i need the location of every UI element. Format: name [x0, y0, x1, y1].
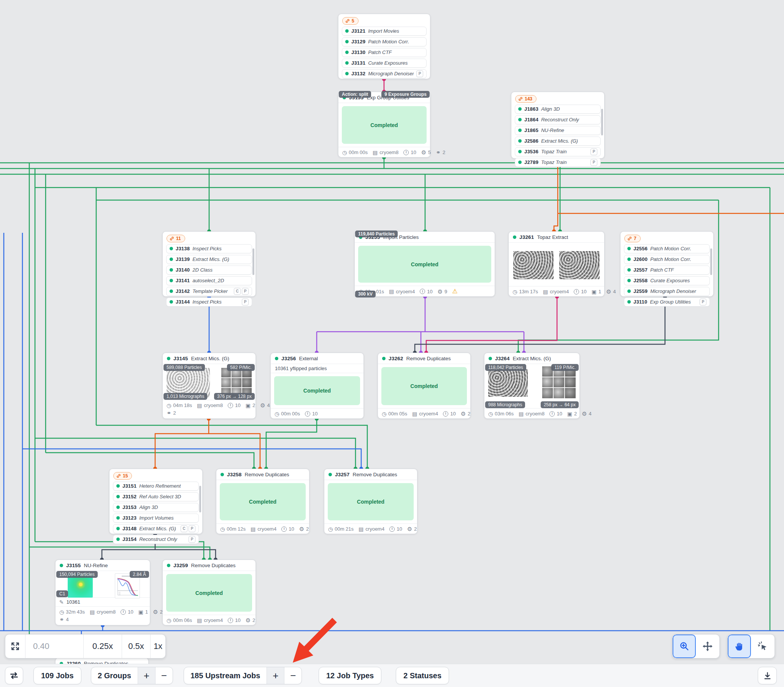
status-dot [345, 51, 349, 54]
zoom-preset-025[interactable]: 0.25x [84, 634, 122, 658]
job-group-card-15[interactable]: 15 J3151 Hetero Refinement J3152 Ref Aut… [109, 468, 203, 534]
group-job-row[interactable]: J3142 Template Picker CP [166, 287, 252, 296]
job-card-j3258[interactable]: J3258 Remove Duplicates Completed 00m 12… [216, 468, 310, 534]
group-job-row[interactable]: J3139 Extract Mics. (G) [166, 255, 252, 264]
group-job-row[interactable]: J3121 Import Movies [342, 26, 426, 36]
stat-item: 2 [167, 410, 176, 416]
scrollbar[interactable] [253, 248, 254, 275]
job-group-card-11[interactable]: 11 J3138 Inspect Picks J3139 Extract Mic… [162, 231, 256, 297]
group-job-row[interactable]: J3141 autoselect_2D [166, 276, 252, 285]
group-job-row[interactable]: J2556 Patch Motion Corr. [624, 244, 710, 253]
group-job-row[interactable]: J2789 Topaz Train P [515, 158, 601, 167]
zoom-in-icon [679, 641, 690, 652]
job-card-j3262[interactable]: J3262 Remove Duplicates Completed 00m 05… [377, 353, 471, 419]
zoom-in-tool-button[interactable] [672, 634, 696, 658]
group-rows: J3121 Import Movies J3129 Patch Motion C… [342, 26, 426, 78]
zoom-preset-05[interactable]: 0.5x [122, 634, 151, 658]
stat-item: cryoem4 [389, 289, 415, 294]
job-types-button[interactable]: 12 Job Types [318, 667, 381, 684]
group-job-row[interactable]: J3132 Micrograph Denoiser P [342, 69, 426, 78]
groups-decrement-button[interactable]: − [155, 667, 172, 684]
job-status-area: Completed [220, 483, 306, 520]
job-card-j3256[interactable]: J3256 External 10361 yflipped particles … [270, 353, 364, 419]
group-job-row[interactable]: J2558 Curate Exposures [624, 276, 710, 285]
group-job-row[interactable]: J3140 2D Class [166, 266, 252, 274]
group-job-row[interactable]: J3123 Import Volumes [113, 514, 199, 523]
group-job-row[interactable]: J2559 Micrograph Denoiser [624, 287, 710, 296]
scrollbar[interactable] [710, 248, 712, 275]
job-group-card-7[interactable]: 7 J2556 Patch Motion Corr. J2600 Patch M… [620, 231, 713, 297]
job-stats-secondary: 2 [163, 410, 256, 418]
upstream-decrement-button[interactable]: − [284, 667, 302, 684]
upstream-jobs-label[interactable]: 185 Upstream Jobs [184, 667, 267, 684]
job-card-j3133[interactable]: J3133 Exp Group Utilities Action: split … [338, 92, 430, 158]
job-status-area: Completed [274, 376, 360, 405]
micrograph-thumbnail [513, 251, 554, 279]
zoom-preset-1[interactable]: 1x [151, 634, 166, 658]
job-card-j3259[interactable]: J3259 Remove Duplicates Completed 00m 06… [162, 560, 256, 625]
stat-value: 2 [253, 403, 255, 408]
job-card-j3255[interactable]: J3255 Import Particles 119,840 Particles… [354, 231, 495, 297]
statuses-button[interactable]: 2 Statuses [396, 667, 449, 684]
groups-increment-button[interactable]: + [138, 667, 155, 684]
group-job-row[interactable]: J3151 Hetero Refinement [113, 482, 199, 491]
group-job-row[interactable]: J1864 Reconstruct Only [515, 115, 601, 124]
job-id: J3259 [173, 563, 188, 568]
group-job-row[interactable]: J3129 Patch Motion Corr. [342, 37, 426, 46]
group-job-row[interactable]: J2557 Patch CTF [624, 266, 710, 274]
job-id: J3144 [175, 299, 190, 305]
group-job-row[interactable]: J1865 NU-Refine [515, 126, 601, 135]
stat-value: 10 [557, 411, 562, 417]
status-dot [170, 300, 173, 304]
groups-count-label[interactable]: 2 Groups [91, 667, 138, 684]
stat-icon [549, 411, 555, 417]
group-job-row[interactable]: J1863 Align 3D [515, 105, 601, 114]
job-card-j3264[interactable]: J3264 Extract Mics. (G) 118,042 Particle… [484, 353, 580, 419]
job-card-j3261[interactable]: J3261 Topaz Extract 13m 17s cryoem4 10 1… [508, 231, 605, 297]
group-job-row[interactable]: J2600 Patch Motion Corr. [624, 255, 710, 264]
group-job-row[interactable]: J3154 Reconstruct Only P [113, 535, 199, 544]
group-job-row[interactable]: J3144 Inspect Picks P [166, 297, 252, 307]
job-card-j3145[interactable]: J3145 Extract Mics. (G) 589,088 Particle… [162, 353, 256, 419]
group-job-row[interactable]: J3110 Exp Group Utilities P [624, 297, 710, 307]
stat-item: 2 [153, 609, 163, 615]
group-job-row[interactable]: J2586 Extract Mics. (G) [515, 136, 601, 146]
group-job-row[interactable]: J3138 Inspect Picks [166, 244, 252, 253]
status-dot [627, 258, 631, 261]
group-job-row[interactable]: J3153 Align 3D [113, 503, 199, 512]
stat-item: 10 [228, 617, 240, 623]
jobs-count-button[interactable]: 109 Jobs [33, 667, 81, 684]
job-type: Reconstruct Only [139, 536, 186, 542]
job-type: Curate Exposures [650, 278, 704, 283]
group-job-row[interactable]: J3130 Patch CTF [342, 48, 426, 57]
stat-item: 04m 18s [167, 403, 192, 408]
job-id: J1863 [524, 106, 538, 112]
job-group-card-5[interactable]: 5 J3121 Import Movies J3129 Patch Motion… [338, 14, 430, 79]
status-dot [382, 357, 385, 360]
job-id: J2558 [633, 278, 648, 283]
job-card-j3155[interactable]: J3155 NU-Refine 150,094 Particles 2.84 Å… [55, 560, 150, 625]
download-button[interactable] [758, 667, 777, 684]
fit-to-screen-button[interactable] [5, 634, 25, 658]
group-job-row[interactable]: J3131 Curate Exposures [342, 59, 426, 68]
job-group-card-143[interactable]: 143 J1863 Align 3D J1864 Reconstruct Onl… [511, 92, 605, 159]
upstream-increment-button[interactable]: + [267, 667, 284, 684]
select-tool-button[interactable] [751, 634, 774, 658]
scrollbar[interactable] [601, 109, 603, 135]
symmetry-badge: C1 [56, 590, 68, 597]
group-job-row[interactable]: J3536 Topaz Train P [515, 147, 601, 156]
job-id: J3138 [175, 246, 190, 251]
zoom-level-input[interactable]: 0.40 [25, 634, 84, 658]
stat-item: 9 [438, 289, 448, 294]
stat-value: 10 [128, 609, 133, 615]
swap-direction-button[interactable] [5, 667, 23, 684]
hand-tool-button[interactable] [728, 634, 751, 658]
stat-item: 10 [305, 411, 318, 417]
job-id: J3152 [123, 494, 136, 500]
job-card-j3257[interactable]: J3257 Remove Duplicates Completed 00m 21… [324, 468, 417, 534]
group-job-row[interactable]: J3152 Ref Auto Select 3D [113, 492, 199, 501]
group-job-row[interactable]: J3148 Extract Mics. (G) CP [113, 524, 199, 533]
scrollbar[interactable] [199, 486, 201, 513]
move-tool-button[interactable] [696, 634, 719, 658]
job-type: Topaz Train [541, 149, 588, 154]
